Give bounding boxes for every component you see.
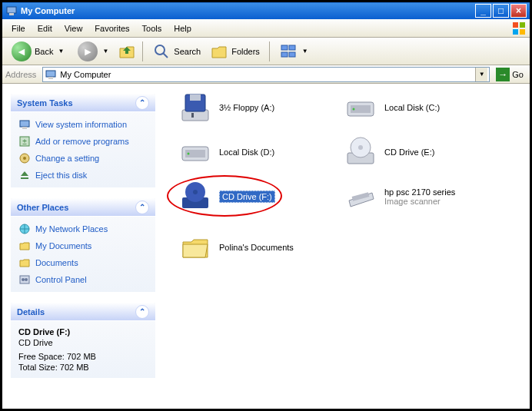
drive-local-d[interactable]: Local Disk (D:) [179, 136, 333, 168]
svg-rect-5 [520, 29, 525, 35]
folder-polinas-documents[interactable]: Polina's Documents [179, 231, 333, 264]
back-button[interactable]: ◄ Back ▼ [7, 40, 70, 63]
address-bar: Address My Computer ▼ → Go [2, 65, 530, 84]
drive-cd-f[interactable]: CD Drive (F:) [179, 181, 333, 213]
address-dropdown-button[interactable]: ▼ [475, 68, 487, 81]
programs-icon: ± [18, 135, 31, 147]
details-name: CD Drive (F:) [18, 327, 148, 336]
menu-view[interactable]: View [58, 22, 89, 35]
minimize-button[interactable]: _ [475, 4, 491, 18]
up-button[interactable] [118, 42, 136, 61]
link-label: Eject this disk [35, 171, 87, 180]
content-area: System Tasks ⌃ View system information ±… [2, 84, 530, 409]
eject-icon [18, 169, 31, 181]
link-change-setting[interactable]: Change a setting [18, 152, 148, 164]
main-view[interactable]: 3½ Floppy (A:) Local Disk (C:) Local Dis… [164, 84, 530, 409]
folder-icon [18, 240, 31, 252]
go-label: Go [512, 70, 524, 79]
address-field[interactable]: My Computer ▼ [42, 67, 490, 82]
forward-dropdown-icon[interactable]: ▼ [101, 48, 110, 55]
svg-rect-12 [46, 71, 55, 77]
svg-rect-10 [281, 52, 288, 57]
item-label: hp psc 2170 series [384, 187, 455, 197]
svg-rect-20 [21, 177, 28, 179]
side-pane: System Tasks ⌃ View system information ±… [2, 84, 164, 409]
svg-point-40 [193, 190, 198, 194]
link-view-system-info[interactable]: View system information [18, 118, 148, 131]
link-eject-disk[interactable]: Eject this disk [18, 169, 148, 181]
folders-label: Folders [231, 47, 260, 56]
svg-rect-4 [513, 29, 518, 35]
drive-cd-e[interactable]: CD Drive (E:) [344, 136, 498, 168]
svg-rect-15 [22, 127, 27, 129]
svg-rect-0 [7, 7, 16, 13]
svg-rect-3 [520, 22, 525, 28]
item-label: Local Disk (C:) [384, 103, 440, 112]
drive-local-c[interactable]: Local Disk (C:) [344, 91, 498, 124]
hard-drive-icon [179, 136, 211, 168]
chevron-up-icon[interactable]: ⌃ [135, 201, 149, 214]
scanner-icon [344, 181, 377, 213]
hard-drive-icon [344, 91, 377, 124]
svg-point-37 [358, 145, 363, 150]
svg-rect-11 [289, 52, 295, 57]
link-add-remove-programs[interactable]: ± Add or remove programs [18, 135, 148, 147]
back-dropdown-icon[interactable]: ▼ [56, 48, 65, 55]
cd-drive-icon [179, 181, 211, 213]
panel-body: My Network Places My Documents Documents… [11, 217, 155, 292]
panel-title: Details [17, 307, 45, 317]
menu-help[interactable]: Help [168, 22, 198, 35]
svg-rect-14 [20, 121, 29, 127]
info-icon [18, 118, 31, 131]
chevron-up-icon[interactable]: ⌃ [135, 96, 149, 110]
views-icon [279, 42, 298, 61]
svg-rect-9 [289, 45, 295, 50]
link-network-places[interactable]: My Network Places [18, 223, 148, 235]
panel-title: Other Places [17, 203, 68, 212]
menu-favorites[interactable]: Favorites [88, 22, 135, 35]
svg-rect-13 [48, 77, 53, 79]
link-control-panel[interactable]: Control Panel [18, 273, 148, 286]
svg-point-31 [353, 108, 355, 111]
forward-button[interactable]: ► ▼ [73, 40, 115, 63]
svg-line-7 [163, 53, 168, 58]
app-icon [5, 5, 18, 17]
svg-point-23 [22, 278, 25, 281]
svg-point-24 [25, 278, 28, 281]
close-button[interactable]: × [510, 4, 527, 18]
drive-floppy-a[interactable]: 3½ Floppy (A:) [179, 91, 333, 124]
device-scanner[interactable]: hp psc 2170 series Image scanner [344, 181, 498, 213]
toolbar-separator-2 [269, 41, 270, 61]
panel-header-other-places[interactable]: Other Places ⌃ [11, 198, 155, 217]
menu-tools[interactable]: Tools [136, 22, 168, 35]
link-documents[interactable]: Documents [18, 257, 148, 269]
details-type: CD Drive [18, 338, 148, 347]
item-label: Local Disk (D:) [219, 147, 274, 157]
panel-body: CD Drive (F:) CD Drive Free Space: 702 M… [11, 321, 155, 378]
maximize-button[interactable]: □ [493, 4, 509, 18]
menu-file[interactable]: File [5, 22, 32, 35]
svg-point-19 [23, 157, 26, 160]
go-button[interactable]: → Go [493, 68, 527, 81]
back-label: Back [35, 47, 53, 56]
search-icon [152, 42, 171, 61]
menu-edit[interactable]: Edit [32, 22, 58, 35]
folders-button[interactable]: Folders [207, 41, 263, 62]
my-computer-icon [45, 68, 57, 81]
panel-body: View system information ± Add or remove … [11, 112, 155, 187]
views-dropdown-icon[interactable]: ▼ [301, 48, 310, 55]
svg-text:±: ± [22, 138, 27, 146]
views-button[interactable]: ▼ [276, 41, 313, 62]
item-label: CD Drive (F:) [219, 191, 275, 203]
svg-rect-28 [191, 113, 194, 118]
panel-title: System Tasks [17, 98, 73, 108]
panel-header-system-tasks[interactable]: System Tasks ⌃ [11, 94, 155, 112]
link-label: My Network Places [35, 224, 108, 234]
link-my-documents[interactable]: My Documents [18, 240, 148, 252]
panel-header-details[interactable]: Details ⌃ [11, 303, 155, 321]
chevron-up-icon[interactable]: ⌃ [135, 305, 149, 319]
details-total-size: Total Size: 702 MB [18, 363, 148, 372]
search-label: Search [174, 47, 201, 56]
folders-icon [210, 42, 228, 61]
search-button[interactable]: Search [149, 41, 204, 62]
